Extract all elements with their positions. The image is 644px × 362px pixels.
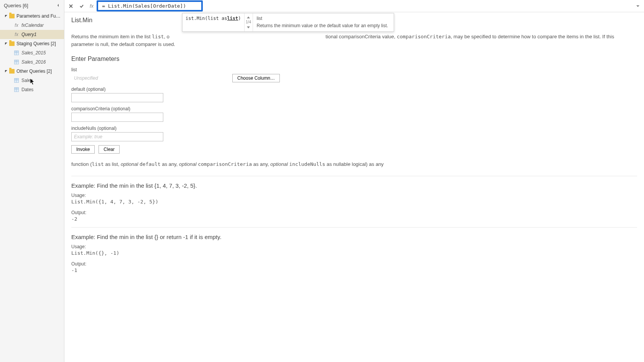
intel-sig-prefix: ist.Min(list as <box>186 16 227 21</box>
expand-triangle-icon <box>5 15 8 18</box>
table-icon <box>14 78 19 83</box>
enter-parameters-heading: Enter Parameters <box>71 56 637 62</box>
fx-icon: fx <box>14 32 19 37</box>
divider <box>71 227 637 228</box>
example1-output: -2 <box>71 216 637 222</box>
sig-text: as list, <box>104 161 121 167</box>
desc-code: comparisonCriteria <box>397 34 451 39</box>
folder-icon <box>9 41 15 46</box>
check-icon <box>79 4 84 8</box>
tree-group-parameters[interactable]: Parameters and Fu… <box>0 11 64 21</box>
tree-item-sales-2016[interactable]: Sales_2016 <box>0 57 64 67</box>
param-input-comparison[interactable] <box>71 113 163 122</box>
param-includenulls: includeNulls (optional) <box>71 126 637 141</box>
sig-code: list <box>92 161 104 167</box>
intellisense-popup: ist.Min(list as list ) 1/4 list Returns … <box>182 13 394 32</box>
intellisense-signature: ist.Min(list as list ) <box>182 13 245 31</box>
intellisense-spinner: 1/4 <box>245 13 253 31</box>
sig-text: as nullable logical) as any <box>325 161 383 167</box>
sidebar-title: Queries [6] <box>4 3 28 8</box>
param-label-comparison: comparisonCriteria (optional) <box>71 106 637 111</box>
param-input-list[interactable] <box>71 74 163 83</box>
intel-param-name: list <box>257 16 390 21</box>
desc-text: Returns the minimum item in the list <box>71 34 152 39</box>
formula-expand-button[interactable] <box>634 2 642 10</box>
chevron-down-icon <box>636 4 640 8</box>
sidebar-collapse-button[interactable] <box>56 3 61 8</box>
fx-icon: fx <box>14 23 19 28</box>
tree-item-sales[interactable]: Sales <box>0 76 64 85</box>
formula-highlight-box: = List.Min(Sales[OrderDate]) <box>97 0 203 11</box>
tree-item-sales-2015[interactable]: Sales_2015 <box>0 48 64 57</box>
table-icon <box>14 50 19 56</box>
clear-button[interactable]: Clear <box>99 145 120 154</box>
param-list: list Choose Column… <box>71 67 637 83</box>
desc-code: list <box>152 34 164 39</box>
tree-group-label: Other Queries [2] <box>16 69 64 74</box>
tree-item-dates[interactable]: Dates <box>0 85 64 94</box>
example1-usage: List.Min({1, 4, 7, 3, -2, 5}) <box>71 199 637 205</box>
main-area: fx = List.Min(Sales[OrderDate]) ist.Min(… <box>64 0 644 362</box>
usage-label: Usage: <box>71 244 637 249</box>
doc-content: List.Min Returns the minimum item in the… <box>64 12 644 362</box>
sig-code: includeNulls <box>289 161 325 167</box>
tree-group-staging[interactable]: Staging Queries [2] <box>0 39 64 48</box>
tree-item-label: Dates <box>21 87 33 92</box>
choose-column-button[interactable]: Choose Column… <box>232 74 280 82</box>
tree-group-other[interactable]: Other Queries [2] <box>0 67 64 76</box>
tree-item-label: fxCalendar <box>21 23 44 28</box>
sig-code: default <box>140 161 161 167</box>
param-input-includenulls[interactable] <box>71 132 163 141</box>
param-input-default[interactable] <box>71 93 163 102</box>
example1-title: Example: Find the min in the list {1, 4,… <box>71 182 637 189</box>
function-description: Returns the minimum item in the list lis… <box>71 33 637 48</box>
desc-text: , o <box>164 34 169 39</box>
expand-triangle-icon <box>5 42 8 45</box>
tree-group-label: Parameters and Fu… <box>16 13 64 19</box>
tree-item-label: Sales_2015 <box>21 50 46 56</box>
intel-count: 1/4 <box>246 20 251 25</box>
sig-text: as any, <box>252 161 270 167</box>
intel-sig-suffix: ) <box>238 16 241 21</box>
param-label-default: default (optional) <box>71 87 637 92</box>
param-label-includenulls: includeNulls (optional) <box>71 126 637 131</box>
sig-optional: optional <box>270 161 288 167</box>
close-icon <box>69 4 73 8</box>
param-buttons: Invoke Clear <box>71 145 637 154</box>
chevron-down-icon <box>247 26 250 28</box>
intel-spinner-down[interactable] <box>245 25 253 30</box>
formula-cancel-button[interactable] <box>67 2 75 10</box>
queries-tree: Parameters and Fu… fx fxCalendar fx Quer… <box>0 11 64 362</box>
param-default: default (optional) <box>71 87 637 102</box>
desc-text: tional comparisonCriteria value, <box>325 34 397 39</box>
tree-item-label: Sales <box>21 78 33 83</box>
example2-output: -1 <box>71 267 637 273</box>
tree-item-query1[interactable]: fx Query1 <box>0 30 64 39</box>
intel-desc-text: Returns the minimum value or the default… <box>257 23 390 29</box>
folder-icon <box>9 69 15 74</box>
tree-item-label: Query1 <box>21 32 36 37</box>
sig-code: comparisonCriteria <box>198 161 252 167</box>
formula-input[interactable]: = List.Min(Sales[OrderDate]) <box>102 3 186 9</box>
chevron-up-icon <box>247 16 250 18</box>
fx-label: fx <box>90 3 94 9</box>
intellisense-desc: list Returns the minimum value or the de… <box>253 13 394 31</box>
param-comparison: comparisonCriteria (optional) <box>71 106 637 122</box>
expand-triangle-icon <box>5 70 8 73</box>
example2-title: Example: Find the min in the list {} or … <box>71 234 637 240</box>
tree-item-label: Sales_2016 <box>21 59 46 65</box>
queries-sidebar: Queries [6] Parameters and Fu… fx fxCale… <box>0 0 64 362</box>
tree-group-label: Staging Queries [2] <box>16 41 64 46</box>
tree-item-fxcalendar[interactable]: fx fxCalendar <box>0 21 64 30</box>
output-label: Output: <box>71 210 637 215</box>
invoke-button[interactable]: Invoke <box>71 145 95 154</box>
intel-sig-link: list <box>227 16 238 21</box>
usage-label: Usage: <box>71 193 637 198</box>
table-icon <box>14 59 19 65</box>
param-label-list: list <box>71 67 637 72</box>
formula-commit-button[interactable] <box>77 2 86 10</box>
intel-spinner-up[interactable] <box>245 15 253 20</box>
sidebar-header: Queries [6] <box>0 0 64 11</box>
folder-icon <box>9 14 15 18</box>
sig-text: as any, <box>161 161 179 167</box>
